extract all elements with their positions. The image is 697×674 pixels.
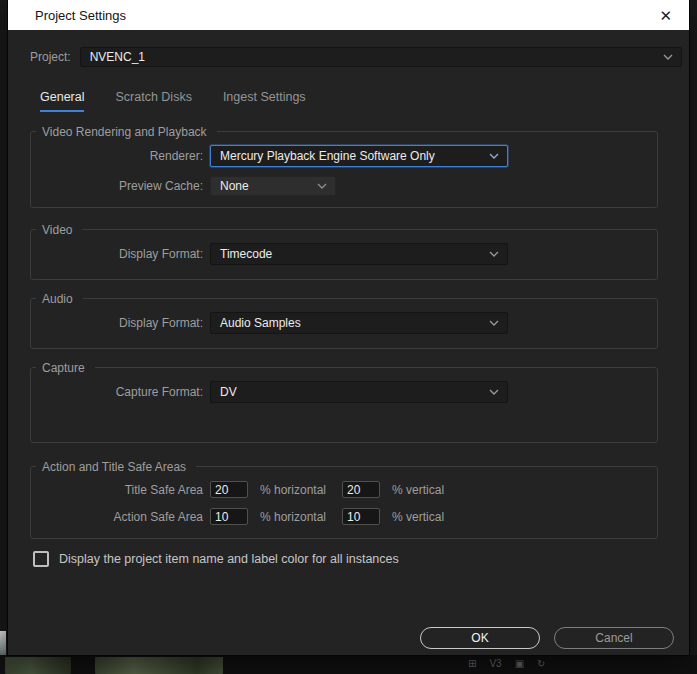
audio-display-format-dropdown[interactable]: Audio Samples: [210, 312, 508, 334]
cancel-button[interactable]: Cancel: [554, 627, 674, 649]
section-title: Video: [36, 222, 82, 238]
audio-display-format-row: Display Format: Audio Samples: [31, 312, 657, 334]
preview-cache-dropdown-value: None: [220, 179, 249, 193]
audio-display-format-value: Audio Samples: [220, 316, 301, 330]
action-safe-label: Action Safe Area: [31, 510, 203, 524]
project-label: Project:: [30, 50, 71, 64]
renderer-label: Renderer:: [31, 149, 203, 163]
capture-format-row: Capture Format: DV: [31, 381, 657, 403]
display-item-name-checkbox[interactable]: [33, 551, 49, 567]
chevron-down-icon: [663, 54, 673, 60]
horizontal-unit-label: % horizontal: [260, 483, 326, 497]
horizontal-unit-label: % horizontal: [260, 510, 326, 524]
section-safe-areas: Action and Title Safe Areas Title Safe A…: [30, 466, 658, 539]
renderer-dropdown[interactable]: Mercury Playback Engine Software Only: [210, 145, 508, 167]
video-display-format-dropdown[interactable]: Timecode: [210, 243, 508, 265]
timeline-thumbnail: [95, 657, 223, 674]
project-dropdown[interactable]: NVENC_1: [80, 47, 682, 67]
section-video-rendering: Video Rendering and Playback Renderer: M…: [30, 131, 658, 208]
tab-general[interactable]: General: [40, 90, 84, 112]
preview-cache-label: Preview Cache:: [31, 179, 203, 193]
tab-ingest-settings-label: Ingest Settings: [223, 90, 306, 104]
chevron-down-icon: [489, 389, 499, 395]
title-safe-vertical-input[interactable]: [342, 481, 380, 498]
preview-cache-row: Preview Cache: None: [31, 176, 657, 196]
tab-scratch-disks-label: Scratch Disks: [115, 90, 191, 104]
video-display-format-label: Display Format:: [31, 247, 203, 261]
audio-display-format-label: Display Format:: [31, 316, 203, 330]
project-dropdown-value: NVENC_1: [90, 50, 145, 64]
grid-icon: ⊞: [468, 657, 476, 671]
ok-button-label: OK: [471, 631, 488, 645]
cancel-button-label: Cancel: [595, 631, 632, 645]
capture-format-label: Capture Format:: [31, 385, 203, 399]
capture-format-value: DV: [220, 385, 237, 399]
capture-format-dropdown[interactable]: DV: [210, 381, 508, 403]
preview-cache-dropdown[interactable]: None: [210, 176, 336, 196]
ok-button[interactable]: OK: [420, 627, 540, 649]
vertical-unit-label: % vertical: [392, 483, 444, 497]
video-display-format-value: Timecode: [220, 247, 272, 261]
screen: ⊞ V3 ▣ ↻ Project Settings ✕ Project: NVE…: [0, 0, 697, 674]
sync-icon: ↻: [537, 657, 545, 671]
section-title: Capture: [36, 360, 95, 376]
tab-general-label: General: [40, 90, 84, 104]
section-capture: Capture Capture Format: DV: [30, 367, 658, 443]
section-audio: Audio Display Format: Audio Samples: [30, 298, 658, 349]
video-display-format-row: Display Format: Timecode: [31, 243, 657, 265]
renderer-row: Renderer: Mercury Playback Engine Softwa…: [31, 145, 657, 167]
title-safe-horizontal-input[interactable]: [210, 481, 248, 498]
renderer-dropdown-value: Mercury Playback Engine Software Only: [220, 149, 435, 163]
dialog-title: Project Settings: [35, 8, 126, 23]
section-title: Video Rendering and Playback: [36, 124, 217, 140]
chevron-down-icon: [317, 183, 327, 189]
action-safe-row: Action Safe Area % horizontal % vertical: [31, 508, 657, 525]
action-safe-horizontal-input[interactable]: [210, 508, 248, 525]
display-item-name-row: Display the project item name and label …: [33, 551, 689, 567]
project-row: Project: NVENC_1: [30, 47, 682, 67]
display-item-name-label: Display the project item name and label …: [59, 552, 399, 566]
chevron-down-icon: [489, 320, 499, 326]
section-title: Audio: [36, 291, 83, 307]
section-video: Video Display Format: Timecode: [30, 229, 658, 280]
camera-icon: ▣: [515, 657, 524, 671]
background-toolbar: ⊞ V3 ▣ ↻: [468, 657, 545, 671]
chevron-down-icon: [489, 251, 499, 257]
close-icon[interactable]: ✕: [659, 8, 672, 23]
tab-ingest-settings[interactable]: Ingest Settings: [223, 90, 306, 112]
project-settings-dialog: Project Settings ✕ Project: NVENC_1 Gene…: [8, 0, 689, 655]
action-safe-vertical-input[interactable]: [342, 508, 380, 525]
dialog-titlebar[interactable]: Project Settings ✕: [8, 0, 689, 30]
settings-tabs: General Scratch Disks Ingest Settings: [40, 90, 689, 112]
vertical-unit-label: % vertical: [392, 510, 444, 524]
section-title: Action and Title Safe Areas: [36, 459, 196, 475]
timeline-thumbnail: [5, 657, 71, 674]
title-safe-label: Title Safe Area: [31, 483, 203, 497]
chevron-down-icon: [489, 153, 499, 159]
title-safe-row: Title Safe Area % horizontal % vertical: [31, 481, 657, 498]
track-v3-label: V3: [489, 657, 501, 671]
tab-scratch-disks[interactable]: Scratch Disks: [115, 90, 191, 112]
dialog-buttons: OK Cancel: [420, 627, 674, 649]
